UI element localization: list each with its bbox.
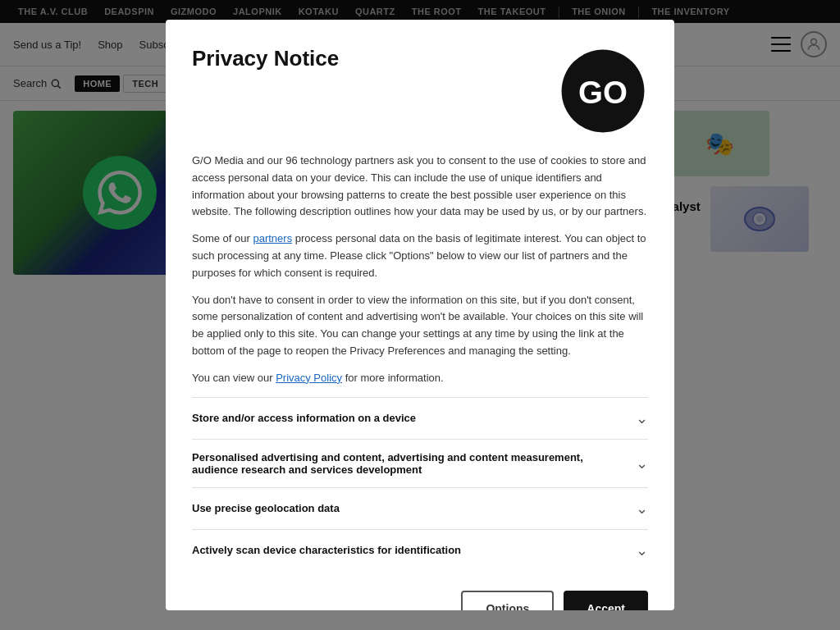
- go-media-logo: GO: [558, 46, 648, 136]
- modal-header: Privacy Notice GO: [192, 46, 648, 136]
- modal-intro-2: Some of our partners process personal da…: [192, 231, 648, 281]
- svg-text:GO: GO: [578, 75, 628, 110]
- privacy-modal: Privacy Notice GO G/O Media and our 96 t…: [166, 20, 674, 285]
- modal-intro-1: G/O Media and our 96 technology partners…: [192, 153, 648, 221]
- privacy-modal-overlay: Privacy Notice GO G/O Media and our 96 t…: [0, 0, 840, 285]
- modal-intro-2-part1: Some of our: [192, 232, 253, 244]
- partners-link[interactable]: partners: [253, 232, 292, 244]
- modal-title: Privacy Notice: [192, 46, 339, 71]
